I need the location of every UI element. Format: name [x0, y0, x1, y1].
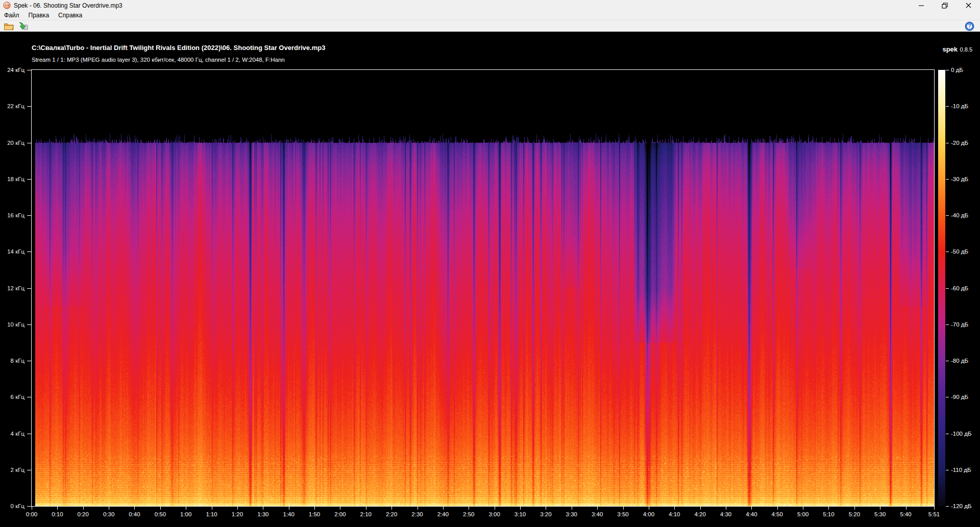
freq-tick	[27, 143, 31, 143]
db-tick-label: 0 дБ	[951, 66, 978, 73]
freq-tick-label: 4 кГц	[2, 430, 24, 437]
freq-tick-label: 22 кГц	[2, 103, 24, 110]
brand-version: 0.8.5	[960, 46, 972, 53]
open-file-button[interactable]	[3, 21, 15, 32]
time-tick-label: 5:20	[844, 511, 865, 518]
restore-button[interactable]	[933, 0, 957, 11]
minimize-icon	[919, 3, 924, 8]
time-tick-label: 5:30	[870, 511, 890, 518]
time-tick	[751, 507, 752, 510]
freq-tick-label: 8 кГц	[2, 357, 24, 364]
freq-tick	[27, 506, 31, 507]
time-tick	[57, 507, 58, 510]
time-tick-label: 2:20	[381, 511, 402, 518]
time-tick-label: 4:10	[664, 511, 684, 518]
db-tick-label: -100 дБ	[951, 430, 978, 437]
db-tick-label: -40 дБ	[951, 212, 978, 219]
time-tick-label: 5:51	[924, 511, 944, 518]
freq-tick	[27, 324, 31, 325]
time-tick-label: 0:10	[47, 511, 67, 518]
close-button[interactable]	[957, 0, 980, 11]
time-tick	[934, 507, 935, 510]
time-tick	[314, 507, 315, 510]
time-tick	[109, 507, 109, 510]
spectrogram-canvas	[32, 70, 934, 506]
time-tick	[495, 507, 495, 510]
db-tick	[946, 324, 949, 325]
time-tick-label: 1:10	[202, 511, 222, 518]
time-tick-label: 0:00	[21, 511, 42, 518]
time-tick-label: 2:10	[356, 511, 376, 518]
db-tick	[946, 143, 949, 143]
db-tick	[946, 361, 949, 361]
db-tick-label: -30 дБ	[951, 175, 978, 183]
freq-tick	[27, 179, 31, 180]
db-tick-label: -120 дБ	[951, 503, 978, 510]
freq-tick-label: 18 кГц	[2, 175, 24, 183]
freq-tick-label: 20 кГц	[2, 139, 24, 146]
time-tick	[237, 507, 238, 510]
time-tick-label: 2:40	[433, 511, 453, 518]
time-tick	[340, 507, 340, 510]
db-tick-label: -80 дБ	[951, 357, 978, 364]
freq-tick	[27, 470, 31, 470]
freq-tick-label: 14 кГц	[2, 248, 24, 255]
time-tick	[263, 507, 263, 510]
time-tick	[726, 507, 726, 510]
time-tick-label: 0:50	[150, 511, 170, 518]
svg-text:?: ?	[968, 23, 971, 29]
menu-edit[interactable]: Правка	[29, 12, 50, 19]
time-tick	[32, 507, 32, 510]
app-window: Spek - 06. Shooting Star Overdrive.mp3 Ф…	[0, 0, 980, 527]
db-tick-label: -60 дБ	[951, 285, 978, 292]
time-tick	[520, 507, 521, 510]
time-tick-label: 5:40	[896, 511, 916, 518]
time-tick-label: 0:40	[124, 511, 144, 518]
menu-file[interactable]: Файл	[4, 12, 19, 19]
help-circle-icon: ?	[965, 21, 974, 31]
time-tick	[700, 507, 701, 510]
window-controls	[910, 0, 980, 11]
time-tick-label: 1:20	[227, 511, 248, 518]
time-tick	[674, 507, 675, 510]
time-tick-label: 3:40	[587, 511, 607, 518]
time-tick	[212, 507, 212, 510]
db-tick	[946, 215, 949, 216]
freq-tick	[27, 70, 31, 70]
restore-icon	[942, 3, 948, 9]
freq-tick-label: 0 кГц	[2, 503, 24, 510]
time-tick-label: 4:40	[741, 511, 762, 518]
help-button[interactable]: ?	[963, 21, 975, 32]
freq-tick	[27, 434, 31, 434]
close-icon	[966, 3, 971, 8]
time-tick	[366, 507, 366, 510]
time-tick-label: 2:00	[330, 511, 350, 518]
time-tick	[289, 507, 289, 510]
save-button[interactable]	[17, 21, 29, 32]
freq-tick-label: 16 кГц	[2, 212, 24, 219]
db-tick	[946, 434, 949, 434]
time-tick-label: 4:20	[690, 511, 710, 518]
db-tick	[946, 288, 949, 289]
time-tick	[546, 507, 546, 510]
titlebar: Spek - 06. Shooting Star Overdrive.mp3	[0, 0, 980, 11]
time-tick-label: 3:00	[484, 511, 505, 518]
time-tick	[391, 507, 392, 510]
time-tick-label: 1:30	[253, 511, 273, 518]
time-tick-label: 1:00	[176, 511, 196, 518]
time-tick-label: 3:10	[510, 511, 530, 518]
freq-tick	[27, 215, 31, 216]
db-tick	[946, 397, 949, 397]
menu-help[interactable]: Справка	[58, 12, 82, 19]
time-tick	[777, 507, 778, 510]
minimize-button[interactable]	[910, 0, 933, 11]
time-tick	[443, 507, 444, 510]
time-tick-label: 3:30	[561, 511, 582, 518]
freq-tick	[27, 361, 31, 361]
freq-tick	[27, 288, 31, 289]
time-tick-label: 5:10	[818, 511, 839, 518]
time-tick-label: 1:40	[279, 511, 299, 518]
time-tick	[649, 507, 649, 510]
colorbar-canvas	[938, 70, 945, 506]
time-tick-label: 5:00	[793, 511, 813, 518]
